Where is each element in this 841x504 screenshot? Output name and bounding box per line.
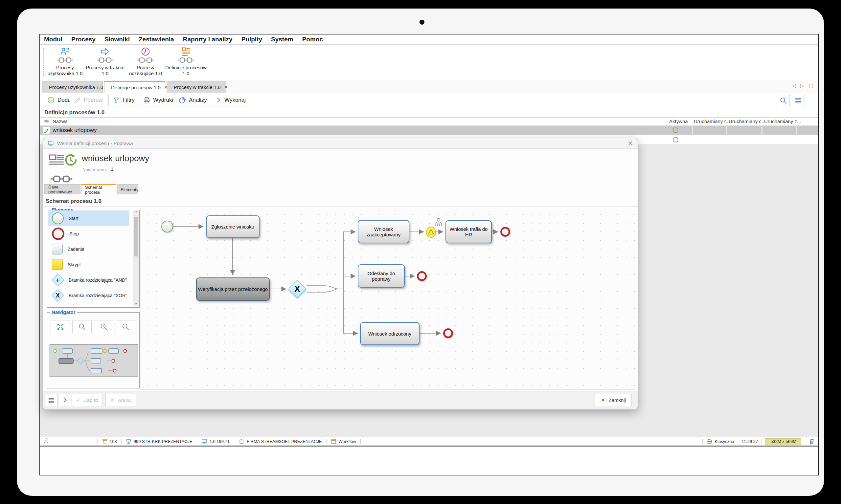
grid-menu-button[interactable]	[792, 94, 805, 107]
anuluj-button[interactable]: ✕ Anuluj	[105, 394, 136, 406]
column-header-uruchamiany-z[interactable]: Uruchamiany z...	[764, 119, 801, 124]
palette-item-bramka-xor[interactable]: X Bramka rozdzielająca "XOR"	[48, 288, 129, 303]
palette-item-start[interactable]: Start	[48, 211, 129, 226]
column-header-uruchamiany-r[interactable]: Uruchamiany r...	[694, 119, 730, 124]
minimap[interactable]	[50, 344, 138, 377]
aktywna-radio[interactable]	[673, 127, 678, 133]
diagram-end-node[interactable]	[500, 227, 510, 237]
window-icon	[331, 439, 336, 444]
dialog-tab-dane-podstawowe[interactable]: Dane podstawowe	[45, 184, 81, 194]
tab-scroll-left-icon[interactable]: ◁	[792, 83, 796, 89]
tab-scroll-right-icon[interactable]: ▷	[800, 83, 804, 89]
status-counter[interactable]: 103	[102, 439, 117, 444]
status-company[interactable]: FIRMA STREAMSOFT PREZENTACJE	[239, 438, 321, 444]
chain-icon	[97, 56, 114, 64]
search-button[interactable]	[777, 94, 790, 107]
diagram-node-odrzucony[interactable]: Wniosek odrzucony	[360, 322, 420, 345]
hamburger-icon	[795, 97, 802, 104]
filtry-button[interactable]: Filtry	[108, 94, 139, 106]
menu-raporty[interactable]: Raporty i analizy	[183, 36, 232, 43]
monitor-icon	[202, 438, 207, 444]
palette-panel: Elementy Start Stop Zadanie Skrypt + Bra…	[47, 210, 140, 308]
launcher-label: Procesy w trakcie 1.0	[84, 65, 127, 76]
grid-header: Nazwa Aktywna Uruchamiany r... Uruchamia…	[40, 118, 818, 126]
status-bar: 103 999 STR-KRK PREZENTACJE 1.0.199.71	[40, 437, 818, 447]
tab-procesy-uzytkownika[interactable]: Procesy użytkownika 1.0 ✕	[42, 81, 103, 93]
column-header-nazwa[interactable]: Nazwa	[53, 119, 68, 124]
status-module[interactable]: Workflow	[331, 439, 356, 444]
search-icon	[779, 97, 787, 104]
cross-icon: ✕	[110, 397, 114, 403]
menu-modul[interactable]: Moduł	[44, 36, 63, 43]
diagram-node-weryfikacja[interactable]: Weryfikacja przez przełożonego	[196, 277, 270, 301]
zoom-in-button[interactable]	[94, 320, 113, 333]
column-header-aktywna[interactable]: Aktywna	[669, 119, 688, 124]
dialog-tab-label: Elementy	[121, 187, 138, 192]
chevron-right-icon	[215, 97, 222, 103]
webcam-dot	[420, 20, 424, 25]
menu-pomoc[interactable]: Pomoc	[302, 36, 323, 43]
dialog-close-icon[interactable]: ✕	[628, 140, 633, 147]
menu-slowniki[interactable]: Słowniki	[104, 36, 130, 43]
button-label: Popraw	[84, 97, 103, 104]
launcher-procesy-oczekujace[interactable]: Procesy oczekujące 1.0	[124, 47, 167, 79]
status-version[interactable]: 1.0.199.71	[202, 438, 230, 444]
navigator-legend: Nawigator	[50, 309, 77, 315]
diagram-node-zaakceptowany[interactable]: Wniosek zaakceptowany	[358, 220, 409, 243]
tab-list-icon[interactable]: ▢	[809, 83, 813, 89]
palette-scrollbar[interactable]: ⌃ ⌄	[134, 211, 139, 306]
user-icon[interactable]	[43, 438, 50, 445]
dialog-tab-schemat-procesu[interactable]: Schemat procesu	[81, 184, 116, 194]
dialog-titlebar[interactable]: Wersja definicji procesu - Poprawa ✕	[43, 138, 638, 149]
launcher-definicje-procesow[interactable]: Definicje procesów 1.0	[164, 47, 208, 79]
diagram-canvas[interactable]: Zgłoszenie wniosku Weryfikacja przez prz…	[141, 208, 635, 390]
fit-view-button[interactable]	[51, 320, 70, 333]
zamknij-button[interactable]: ✕ Zamknij	[595, 394, 632, 406]
tab-definicje-procesow[interactable]: Definicje procesów 1.0 ✕	[104, 81, 165, 93]
palette-item-stop[interactable]: Stop	[48, 226, 129, 241]
wykonaj-button[interactable]: Wykonaj	[211, 94, 250, 106]
wydruki-button[interactable]: Wydruki	[139, 94, 178, 106]
palette-label: Bramka rozdzielająca "XOR"	[69, 293, 127, 298]
arrow-right-icon	[100, 47, 110, 56]
footer-menu-button[interactable]	[45, 394, 57, 406]
analizy-button[interactable]: Analizy	[174, 94, 212, 106]
trash-icon[interactable]	[809, 438, 815, 444]
popraw-button[interactable]: Popraw	[70, 94, 107, 106]
palette-label: Start	[69, 216, 78, 221]
intermediate-event-icon[interactable]	[425, 226, 437, 238]
table-row[interactable]: wniosek urlopowy	[40, 126, 818, 134]
menu-pulpity[interactable]: Pulpity	[242, 36, 262, 43]
diagram-end-node[interactable]	[443, 328, 453, 338]
scroll-up-icon[interactable]: ⌃	[134, 211, 139, 216]
diagram-node-zgloszenie[interactable]: Zgłoszenie wniosku	[206, 215, 260, 238]
memory-indicator[interactable]: 532M z 566M	[766, 438, 801, 445]
tab-procesy-w-trakcie[interactable]: Procesy w trakcie 1.0 ✕	[167, 81, 226, 93]
tab-close-icon[interactable]: ✕	[224, 84, 228, 90]
row-name: wniosek urlopowy	[53, 127, 97, 133]
row-menu-icon[interactable]	[44, 119, 49, 124]
palette-item-skrypt[interactable]: Skrypt	[48, 257, 129, 272]
diagram-node-hr[interactable]: Wniosek trafia do HR	[445, 220, 492, 243]
zoom-out-button[interactable]	[116, 320, 135, 333]
menu-procesy[interactable]: Procesy	[71, 36, 95, 43]
aktywna-radio[interactable]	[673, 137, 678, 143]
menu-zestawienia[interactable]: Zestawienia	[139, 36, 174, 43]
dialog-tab-elementy[interactable]: Elementy	[117, 184, 138, 194]
footer-next-button[interactable]	[59, 394, 71, 406]
diagram-start-node[interactable]	[161, 221, 173, 232]
diagram-end-node[interactable]	[417, 271, 427, 281]
launcher-procesy-w-trakcie[interactable]: Procesy w trakcie 1.0	[84, 47, 127, 79]
palette-item-zadanie[interactable]: Zadanie	[48, 241, 129, 257]
scrollbar-thumb[interactable]	[134, 217, 138, 256]
column-header-uruchamiany-c[interactable]: Uruchamiany c...	[729, 119, 766, 124]
zoom-select-button[interactable]	[72, 320, 92, 333]
palette-item-bramka-and[interactable]: + Bramka rozdzielająca "AND"	[48, 272, 129, 288]
diagram-node-odeslany[interactable]: Odesłany do poprawy	[358, 264, 405, 288]
zapisz-button[interactable]: ✓ Zapisz	[72, 394, 103, 406]
status-server[interactable]: 999 STR-KRK PREZENTACJE	[126, 439, 193, 444]
scroll-down-icon[interactable]: ⌄	[134, 301, 139, 306]
status-theme[interactable]: Klasyczna	[706, 438, 734, 444]
menu-system[interactable]: System	[271, 36, 293, 43]
launcher-procesy-uzytkownika[interactable]: Procesy użytkownika 1.0	[43, 47, 87, 79]
